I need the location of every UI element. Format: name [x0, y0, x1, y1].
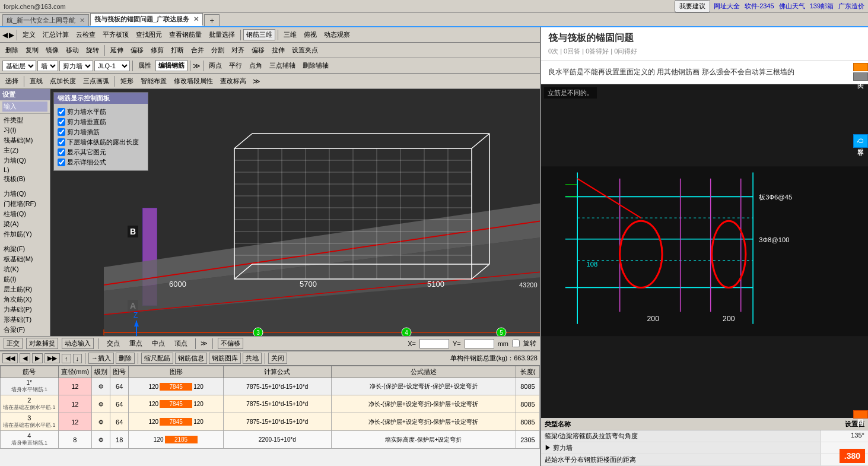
btn-cloud-check[interactable]: 云检查: [73, 29, 98, 40]
btn-delete-aux[interactable]: 删除辅轴: [300, 60, 332, 71]
suggestion-btn[interactable]: 我要建议: [675, 0, 710, 12]
expand-icon[interactable]: ≫: [193, 62, 201, 70]
sidebar-soil[interactable]: 层土筋(R): [2, 284, 47, 294]
sidebar-foundation[interactable]: 筏基础(M): [2, 135, 47, 145]
table-row[interactable]: 2 墙在基础左侧水平筋.1 12 Ф 64 120 7845 120: [1, 395, 540, 413]
bookmark-5[interactable]: 广东造价: [838, 2, 864, 11]
table-row[interactable]: 1* 墙身水平钢筋.1 12 Ф 64 120 7845 120: [1, 378, 540, 395]
tab-close-0[interactable]: ✕: [80, 17, 85, 24]
btn-qq-service[interactable]: Q客服: [853, 134, 868, 148]
btn-nav-prev[interactable]: ◀: [20, 353, 30, 363]
toolbar-icon-fwd[interactable]: ▶: [9, 31, 14, 39]
btn-find-elem[interactable]: 查找图元: [133, 29, 165, 40]
btn-two-points[interactable]: 两点: [206, 60, 225, 71]
layer-select[interactable]: 基础层: [2, 61, 36, 71]
x-input[interactable]: 0: [419, 339, 449, 348]
sidebar-angle2[interactable]: 角次筋(X): [2, 294, 47, 305]
btn-offset2[interactable]: 偏移: [249, 45, 268, 56]
checkbox-detail[interactable]: 显示详细公式: [58, 158, 144, 167]
btn-line[interactable]: 直线: [27, 75, 46, 87]
sidebar-wall-q2[interactable]: 柱墙(Q): [2, 209, 47, 219]
bookmark-3[interactable]: 佛山天气: [779, 2, 805, 11]
sidebar-tension[interactable]: 筋(I): [2, 274, 47, 284]
table-row[interactable]: 4 墙身垂直钢筋.1 8 Ф 18 120 2185: [1, 431, 540, 449]
table-row[interactable]: 3 墙在基础右侧水平筋.1 12 Ф 64 120 7845 120: [1, 413, 540, 431]
btn-nav-up[interactable]: ↑: [62, 354, 71, 363]
cell-diam-3[interactable]: 12: [58, 413, 92, 431]
btn-rebar-info[interactable]: 钢筋信息: [175, 353, 207, 364]
sidebar-wall[interactable]: 力墙(Q): [2, 156, 47, 166]
btn-select[interactable]: 选择: [2, 75, 21, 87]
btn-view-rebar[interactable]: 查看钢筋量: [166, 29, 205, 40]
toolbar-icon-back[interactable]: ◀: [2, 31, 8, 39]
btn-midpoint[interactable]: 中点: [149, 338, 168, 349]
bookmark-4[interactable]: 139邮箱: [810, 2, 834, 11]
btn-point-angle[interactable]: 点角: [246, 60, 265, 71]
tab-new[interactable]: +: [204, 14, 220, 26]
checkbox-vwall[interactable]: 剪力墙垂直筋: [58, 118, 144, 126]
btn-three-arc[interactable]: 三点画弧: [80, 75, 112, 87]
btn-align[interactable]: 对齐: [228, 45, 247, 56]
btn-break[interactable]: 打断: [168, 45, 187, 56]
btn-smart-layout[interactable]: 智能布置: [138, 75, 170, 87]
btn-nav-first[interactable]: ◀◀: [2, 353, 18, 363]
expand-snap[interactable]: ≫: [201, 340, 208, 347]
cell-diam-1[interactable]: 12: [58, 378, 92, 395]
btn-snap[interactable]: 对象捕捉: [26, 338, 58, 349]
rotate-checkbox[interactable]: [512, 340, 520, 347]
sidebar-poly[interactable]: 形基础(T): [2, 315, 47, 325]
sidebar-base[interactable]: 板基础(M): [2, 254, 47, 264]
sidebar-custom[interactable]: 习(I): [2, 125, 47, 135]
btn-rectangle[interactable]: 矩形: [117, 75, 136, 87]
comp-id-select[interactable]: JLQ-1: [94, 61, 130, 71]
btn-delete[interactable]: 删除: [2, 45, 21, 56]
btn-endpoint[interactable]: 重点: [126, 338, 145, 349]
btn-edit-rebar[interactable]: 编辑钢筋: [155, 60, 187, 71]
sidebar-beam[interactable]: 构梁(F): [2, 244, 47, 254]
bookmark-2[interactable]: 软件-2345: [745, 2, 774, 11]
comp-sub-select[interactable]: 剪力墙: [59, 61, 93, 71]
btn-define[interactable]: 定义: [20, 29, 39, 40]
btn-mirror[interactable]: 镜像: [43, 45, 62, 56]
sidebar-slab[interactable]: 筏板(B): [2, 174, 47, 184]
btn-stretch[interactable]: 拉伸: [269, 45, 288, 56]
btn-rebar-3d[interactable]: 钢筋三维: [243, 29, 275, 40]
comp-type-select[interactable]: 墙: [37, 61, 58, 71]
btn-align-top[interactable]: 平齐板顶: [100, 29, 132, 40]
btn-close-right[interactable]: 关闭: [853, 72, 868, 81]
btn-merge[interactable]: 合并: [188, 45, 207, 56]
btn-rotate[interactable]: 旋转: [83, 45, 102, 56]
sidebar-main[interactable]: 主(Z): [2, 145, 47, 156]
btn-check-elev[interactable]: 查改标高: [217, 75, 249, 87]
sidebar-angle[interactable]: 梁(A): [2, 219, 47, 229]
btn-offset[interactable]: 偏移: [128, 45, 147, 56]
btn-nav-last[interactable]: ▶▶: [44, 353, 60, 363]
btn-no-offset[interactable]: 不偏移: [218, 338, 243, 349]
btn-nav-down[interactable]: ↓: [73, 354, 82, 363]
btn-summary[interactable]: 汇总计算: [40, 29, 72, 40]
cad-viewport[interactable]: 钢筋显示控制面板 剪力墙水平筋 剪力墙垂直筋 剪力墙插筋 下层墙体纵筋的露出: [50, 89, 540, 336]
checkbox-other[interactable]: 显示其它图元: [58, 148, 144, 157]
btn-grip[interactable]: 设置夹点: [289, 45, 321, 56]
sidebar-extra-rebar[interactable]: 件加筋(Y): [2, 229, 47, 239]
tab-close-1[interactable]: ✕: [193, 15, 199, 23]
rebar-table-container[interactable]: 筋号 直径(mm) 级别 图号 图形 计算公式 公式描述 长度(: [0, 366, 540, 466]
btn-batch-select[interactable]: 批量选择: [206, 29, 238, 40]
bookmark-1[interactable]: 网址大全: [714, 2, 740, 11]
btn-modify-segment[interactable]: 修改墙段属性: [171, 75, 216, 87]
btn-share[interactable]: 共地: [243, 353, 262, 364]
btn-nav-next[interactable]: ▶: [32, 353, 43, 363]
btn-add[interactable]: 付加口: [853, 410, 868, 419]
btn-top-view[interactable]: 俯视: [301, 29, 320, 40]
btn-split[interactable]: 分割: [208, 45, 227, 56]
checkbox-hwall[interactable]: 剪力墙水平筋: [58, 107, 144, 116]
expand-icon-2[interactable]: ≫: [253, 77, 260, 85]
cell-diam-2[interactable]: 12: [58, 395, 92, 413]
btn-dynamic[interactable]: 动态输入: [62, 338, 94, 349]
btn-parallel[interactable]: 平行: [226, 60, 245, 71]
btn-point-extend[interactable]: 点加长度: [47, 75, 79, 87]
btn-property[interactable]: 属性: [135, 60, 154, 71]
sidebar-beam2[interactable]: 合梁(F): [2, 325, 47, 335]
btn-config-rebar[interactable]: 缩尺配筋: [141, 353, 173, 364]
btn-vertex[interactable]: 顶点: [171, 338, 190, 349]
